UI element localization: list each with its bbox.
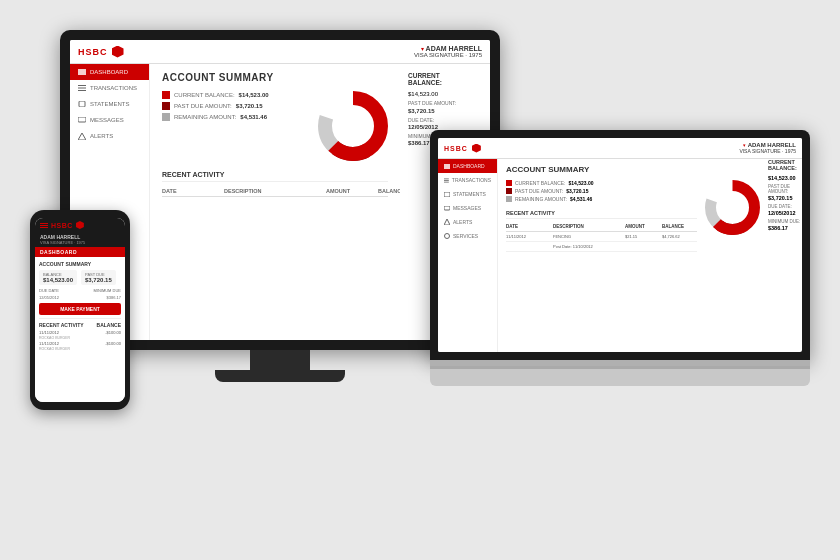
laptop-rp-duedate-label: DUE DATE: xyxy=(768,204,802,209)
phone-row0-amount: -$100.00 xyxy=(105,330,121,335)
phone-min-due-value: $386.17 xyxy=(107,295,121,300)
svg-rect-3 xyxy=(78,90,86,91)
summary-row-0: CURRENT BALANCE: $14,523.00 xyxy=(162,91,308,99)
scene: HSBC ▾ ADAM HARRELL VISA SIGNATURE · 197… xyxy=(0,0,840,560)
phone-user-card: VISA SIGNATURE · 1975 xyxy=(40,240,120,245)
phone-frame: HSBC ADAM HARRELL VISA SIGNATURE · 1975 … xyxy=(30,210,130,410)
col-description: DESCRIPTION xyxy=(224,188,324,194)
laptop-row0-date: 11/11/2012 xyxy=(506,234,551,239)
phone-due-date-value: 12/05/2012 xyxy=(39,295,59,300)
rp-past-due-value: $3,720.15 xyxy=(408,108,482,114)
laptop-row1-balance xyxy=(662,244,697,249)
laptop-donut-chart xyxy=(705,180,760,235)
laptop-past-due-value: $3,720.15 xyxy=(566,188,588,194)
monitor-neck xyxy=(250,350,310,370)
svg-rect-4 xyxy=(79,101,85,107)
svg-rect-9 xyxy=(162,113,170,121)
laptop-sidebar-dashboard[interactable]: DASHBOARD xyxy=(438,159,497,173)
phone-row1-amount: -$100.00 xyxy=(105,341,121,346)
laptop-dashboard-icon xyxy=(444,164,450,169)
recent-activity-title: RECENT ACTIVITY xyxy=(162,171,388,182)
transactions-icon xyxy=(78,85,86,91)
laptop-rp-mindue-label: MINIMUM DUE: xyxy=(768,219,802,224)
laptop-user-card: VISA SIGNATURE · 1975 xyxy=(739,148,796,154)
rp-balance: $14,523.00 xyxy=(408,91,482,97)
hamburger-menu-icon[interactable] xyxy=(40,223,48,228)
laptop-right-title: CURRENT BALANCE: xyxy=(768,159,802,171)
laptop-sidebar-statements[interactable]: STATEMENTS xyxy=(438,187,497,201)
messages-icon xyxy=(78,117,86,123)
svg-rect-7 xyxy=(162,91,170,99)
sidebar-item-statements[interactable]: STATEMENTS xyxy=(70,96,149,112)
hsbc-desktop-ui: HSBC ▾ ADAM HARRELL VISA SIGNATURE · 197… xyxy=(70,40,490,340)
phone-hexagon-icon xyxy=(76,221,84,229)
laptop-past-due-label: PAST DUE AMOUNT: xyxy=(515,188,563,194)
sidebar-item-messages[interactable]: MESSAGES xyxy=(70,112,149,128)
laptop-sidebar-transactions[interactable]: TRANSACTIONS xyxy=(438,173,497,187)
phone-payment-label: MAKE PAYMENT xyxy=(60,306,100,312)
desktop-user-name: ADAM HARRELL xyxy=(426,45,482,52)
laptop-table-row-1: Post Date: 11/10/2012 xyxy=(506,242,697,252)
balance-value: $14,523.00 xyxy=(239,92,269,98)
hsbc-logo-text: HSBC xyxy=(78,47,108,57)
laptop-summary-row-2: REMAINING AMOUNT: $4,531.46 xyxy=(506,196,697,202)
hsbc-phone-ui: HSBC ADAM HARRELL VISA SIGNATURE · 1975 … xyxy=(35,218,125,402)
laptop-sidebar-services[interactable]: SERVICES xyxy=(438,229,497,243)
past-due-label: PAST DUE AMOUNT: xyxy=(174,103,232,109)
svg-rect-24 xyxy=(506,196,512,202)
phone-dashboard-nav[interactable]: DASHBOARD xyxy=(35,247,125,257)
svg-rect-18 xyxy=(444,192,450,197)
phone-row0-date: 11/11/2012 xyxy=(39,330,59,335)
laptop-balance-value: $14,523.00 xyxy=(568,180,593,186)
content-with-chart: CURRENT BALANCE: $14,523.00 PAST DUE AMO… xyxy=(162,91,388,161)
hamburger-line-3 xyxy=(40,227,48,228)
svg-marker-20 xyxy=(444,219,450,225)
desktop-body: DASHBOARD TRANSACTIONS xyxy=(70,64,490,340)
laptop-main: ACCOUNT SUMMARY CURRENT BALANCE: $14,523… xyxy=(498,159,768,352)
col-date: DATE xyxy=(162,188,222,194)
laptop-recent-title: RECENT ACTIVITY xyxy=(506,210,697,219)
laptop-summary-row-0: CURRENT BALANCE: $14,523.00 xyxy=(506,180,697,186)
phone-content: ACCOUNT SUMMARY BALANCE $14,523.00 PAST … xyxy=(35,257,125,402)
laptop-statements-icon xyxy=(444,192,450,197)
user-info: ▾ ADAM HARRELL VISA SIGNATURE · 1975 xyxy=(414,45,482,58)
phone-past-due-value: $3,720.15 xyxy=(85,277,112,283)
phone-row1-desc: ROCKAO BURGER xyxy=(39,347,121,351)
phone-activity-row-0: 11/11/2012 -$100.00 xyxy=(39,330,121,335)
laptop-sidebar-messages[interactable]: MESSAGES xyxy=(438,201,497,215)
phone-dashboard-label: DASHBOARD xyxy=(40,249,77,255)
sidebar-item-dashboard[interactable]: DASHBOARD xyxy=(70,64,149,80)
balance-label: CURRENT BALANCE: xyxy=(174,92,235,98)
phone-logo-text: HSBC xyxy=(51,222,73,229)
statements-icon xyxy=(78,101,86,107)
laptop-col-amount: AMOUNT xyxy=(625,224,660,229)
phone-balance-row: BALANCE $14,523.00 PAST DUE $3,720.15 xyxy=(39,270,121,285)
phone-make-payment-button[interactable]: MAKE PAYMENT xyxy=(39,303,121,315)
laptop-remaining-label: REMAINING AMOUNT: xyxy=(515,196,567,202)
laptop-rp-balance: $14,523.00 xyxy=(768,175,802,181)
desktop-header: HSBC ▾ ADAM HARRELL VISA SIGNATURE · 197… xyxy=(70,40,490,64)
laptop-hsbc-logo: HSBC xyxy=(444,144,481,153)
sidebar-item-transactions[interactable]: TRANSACTIONS xyxy=(70,80,149,96)
laptop-header: HSBC ▾ ADAM HARRELL VISA SIGNATURE · 197… xyxy=(438,138,802,159)
phone-due-date-label: DUE DATE xyxy=(39,288,59,293)
sidebar-item-alerts[interactable]: ALERTS xyxy=(70,128,149,144)
alerts-icon xyxy=(78,133,86,139)
svg-rect-19 xyxy=(444,206,450,210)
svg-rect-23 xyxy=(506,188,512,194)
phone-past-due-box: PAST DUE $3,720.15 xyxy=(81,270,116,285)
laptop-table-header: DATE DESCRIPTION AMOUNT BALANCE xyxy=(506,222,697,232)
laptop-user-info: ▾ ADAM HARRELL VISA SIGNATURE · 1975 xyxy=(739,142,796,154)
svg-marker-6 xyxy=(78,133,86,140)
laptop-sidebar-alerts[interactable]: ALERTS xyxy=(438,215,497,229)
phone-section-title: ACCOUNT SUMMARY xyxy=(39,261,121,267)
svg-rect-2 xyxy=(78,88,86,89)
laptop-rp-past-label: PAST DUE AMOUNT: xyxy=(768,184,802,194)
phone-min-due-label: MINIMUM DUE xyxy=(93,288,121,293)
hsbc-logo: HSBC xyxy=(78,46,124,58)
svg-rect-15 xyxy=(444,178,449,179)
svg-rect-22 xyxy=(506,180,512,186)
hsbc-hexagon-icon xyxy=(112,46,124,58)
phone-header: HSBC xyxy=(35,218,125,232)
svg-rect-8 xyxy=(162,102,170,110)
